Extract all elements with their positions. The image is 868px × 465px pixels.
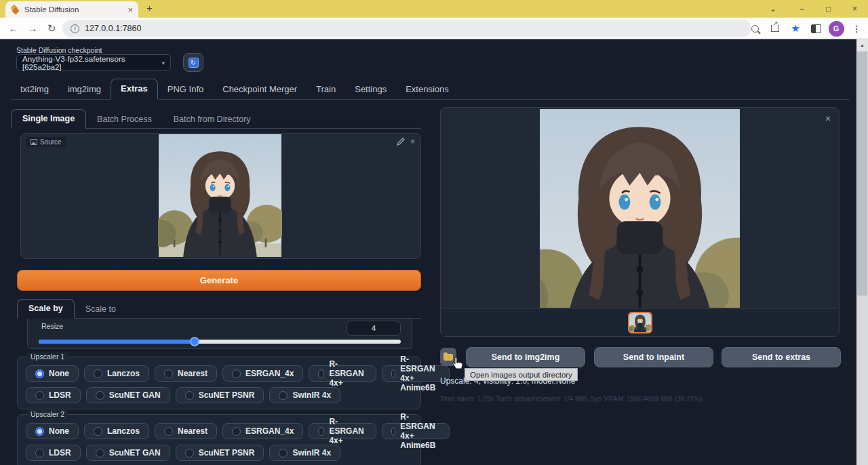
upscaler2-option-resrgan-anime6b[interactable]: R-ESRGAN 4x+ Anime6B xyxy=(382,423,450,439)
upscaler1-option-resrgan-anime6b[interactable]: R-ESRGAN 4x+ Anime6B xyxy=(382,365,450,382)
slider-fill xyxy=(39,340,195,344)
upscaler1-option-ldsr[interactable]: LDSR xyxy=(26,387,81,403)
browser-toolbar: ← → ↻ i 127.0.0.1:7860 xyxy=(0,18,868,39)
tab-batch-from-directory[interactable]: Batch from Directory xyxy=(163,110,262,129)
mouse-cursor xyxy=(452,357,463,373)
minimize-button[interactable]: – xyxy=(789,4,815,14)
radio-icon xyxy=(94,427,102,436)
avatar[interactable]: G xyxy=(827,20,845,37)
tab-extras[interactable]: Extras xyxy=(111,79,158,100)
page-scrollbar[interactable]: ▲ xyxy=(856,39,868,465)
upscaler1-option-lanczos[interactable]: Lanczos xyxy=(84,365,149,382)
upscaler2-option-esrgan4x[interactable]: ESRGAN_4x xyxy=(222,423,303,439)
send-to-inpaint-button[interactable]: Send to inpaint xyxy=(594,347,713,367)
tab-scale-by[interactable]: Scale by xyxy=(17,299,75,319)
zoom-icon[interactable] xyxy=(746,20,764,37)
tab-checkpoint-merger[interactable]: Checkpoint Merger xyxy=(213,80,307,100)
upscaler1-option-none[interactable]: None xyxy=(26,365,79,382)
upscaler1-option-esrgan4x[interactable]: ESRGAN_4x xyxy=(222,365,303,382)
tab-train[interactable]: Train xyxy=(307,80,345,100)
extras-sub-tabs: Single Image Batch Process Batch from Di… xyxy=(11,110,421,129)
tab-search-icon[interactable]: ⌄ xyxy=(757,4,789,14)
resize-label: Resize xyxy=(41,322,63,330)
slider-thumb[interactable] xyxy=(190,337,199,346)
scrollbar-up-icon[interactable]: ▲ xyxy=(856,39,868,51)
upscaler2-option-nearest[interactable]: Nearest xyxy=(155,423,217,439)
thumbnail-strip xyxy=(441,308,838,336)
radio-icon xyxy=(164,369,173,378)
side-panel-icon[interactable] xyxy=(807,20,825,37)
tab-extensions[interactable]: Extensions xyxy=(396,80,458,100)
tab-txt2img[interactable]: txt2img xyxy=(11,80,58,100)
forward-icon[interactable]: → xyxy=(23,22,42,34)
radio-icon xyxy=(35,449,44,458)
upscaler1-option-scunet-gan[interactable]: ScuNET GAN xyxy=(86,387,170,403)
upscaler2-group: Upscaler 2 None Lanczos Nearest ESRGAN_4… xyxy=(17,414,421,465)
window-close-button[interactable]: × xyxy=(842,4,868,14)
back-icon[interactable]: ← xyxy=(4,22,23,34)
edit-pencil-icon[interactable] xyxy=(397,138,405,146)
address-bar[interactable]: i 127.0.0.1:7860 xyxy=(62,20,751,37)
upscaler2-option-swinir4x[interactable]: SwinIR 4x xyxy=(269,445,340,461)
tab-scale-to[interactable]: Scale to xyxy=(75,300,127,319)
upscaler2-option-scunet-gan[interactable]: ScuNET GAN xyxy=(86,445,170,461)
upscaler2-option-resrgan4x[interactable]: R-ESRGAN 4x+ xyxy=(309,423,376,439)
radio-icon xyxy=(164,427,173,436)
tab-png-info[interactable]: PNG Info xyxy=(158,80,213,100)
stable-diffusion-favicon xyxy=(11,5,19,14)
bookmark-star-icon[interactable]: ★ xyxy=(787,20,804,37)
refresh-icon: ↻ xyxy=(189,58,199,68)
resize-slider[interactable] xyxy=(39,340,401,344)
send-to-img2img-button[interactable]: Send to img2img xyxy=(466,347,585,367)
site-info-icon[interactable]: i xyxy=(71,24,79,33)
upscaler2-option-lanczos[interactable]: Lanczos xyxy=(84,423,149,439)
source-image-dropzone[interactable]: Source × xyxy=(20,133,421,259)
share-icon[interactable] xyxy=(766,20,784,37)
upscaler1-option-scunet-psnr[interactable]: ScuNET PSNR xyxy=(176,387,264,403)
send-to-extras-button[interactable]: Send to extras xyxy=(722,347,841,367)
radio-icon xyxy=(279,449,288,458)
generate-button[interactable]: Generate xyxy=(17,270,421,291)
refresh-checkpoints-button[interactable]: ↻ xyxy=(183,53,203,72)
radio-icon xyxy=(94,369,102,378)
toolbar-right-icons: ★ G ⋮ xyxy=(746,18,865,39)
new-tab-button[interactable]: + xyxy=(146,2,153,14)
reload-icon[interactable]: ↻ xyxy=(42,22,61,35)
stable-diffusion-webui: Stable Diffusion checkpoint Anything-V3-… xyxy=(0,39,856,465)
checkpoint-value: Anything-V3-fp32.safetensors [625a2ba2] xyxy=(22,55,161,71)
menu-kebab-icon[interactable]: ⋮ xyxy=(848,20,865,37)
source-label-chip: Source xyxy=(26,137,66,147)
upscaler2-option-none[interactable]: None xyxy=(26,423,79,439)
checkpoint-dropdown[interactable]: Anything-V3-fp32.safetensors [625a2ba2] … xyxy=(16,54,171,71)
upscaler1-option-nearest[interactable]: Nearest xyxy=(155,365,217,382)
browser-titlebar: Stable Diffusion × + ⌄ – □ × xyxy=(0,0,868,18)
result-image[interactable] xyxy=(540,109,740,308)
resize-group: Resize 4 xyxy=(27,319,412,349)
clear-source-icon[interactable]: × xyxy=(410,138,415,146)
upscaler2-option-ldsr[interactable]: LDSR xyxy=(26,445,81,461)
radio-icon xyxy=(391,369,396,378)
result-thumbnail[interactable] xyxy=(628,312,652,333)
tab-batch-process[interactable]: Batch Process xyxy=(86,110,163,129)
tab-single-image[interactable]: Single Image xyxy=(11,109,86,129)
upscaler2-option-scunet-psnr[interactable]: ScuNET PSNR xyxy=(176,445,264,461)
radio-icon xyxy=(185,449,194,458)
radio-selected-icon xyxy=(35,369,44,378)
resize-number-input[interactable]: 4 xyxy=(347,321,401,336)
browser-tab[interactable]: Stable Diffusion × xyxy=(5,1,138,18)
scrollbar-thumb[interactable] xyxy=(857,52,867,296)
radio-icon xyxy=(318,369,324,378)
upscaler1-group: Upscaler 1 None Lanczos Nearest ESRGAN_4… xyxy=(17,357,421,409)
tab-img2img[interactable]: img2img xyxy=(58,80,111,100)
radio-icon xyxy=(96,391,104,400)
window-controls: ⌄ – □ × xyxy=(757,0,868,18)
scale-tabs: Scale by Scale to xyxy=(17,301,421,319)
chevron-down-icon: ▾ xyxy=(161,60,165,66)
upscaler1-option-swinir4x[interactable]: SwinIR 4x xyxy=(269,387,340,403)
gallery-close-icon[interactable]: × xyxy=(825,113,831,124)
upscaler1-option-resrgan4x[interactable]: R-ESRGAN 4x+ xyxy=(309,365,376,382)
tab-settings[interactable]: Settings xyxy=(345,80,396,100)
radio-icon xyxy=(35,391,44,400)
tab-close-icon[interactable]: × xyxy=(127,5,133,15)
maximize-button[interactable]: □ xyxy=(815,4,842,14)
